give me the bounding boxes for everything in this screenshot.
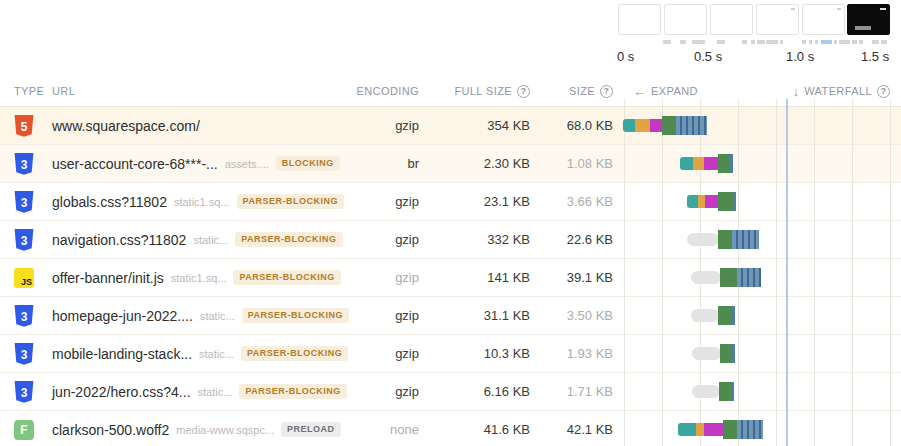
waterfall-panel: 0 s0.5 s1.0 s1.5 s TYPE URL ENCODING FUL… xyxy=(0,0,901,446)
font-file-icon: F xyxy=(14,420,34,440)
waterfall-ttfb-segment xyxy=(662,116,676,135)
request-size: 1.08 KB xyxy=(529,145,613,182)
request-table-body: 5 www.squarespace.com/ gzip354 KB68.0 KB… xyxy=(0,107,901,446)
request-url: mobile-landing-stack... xyxy=(52,346,192,362)
help-icon[interactable]: ? xyxy=(877,85,890,98)
col-header-full-size-label: FULL SIZE xyxy=(454,85,512,97)
time-axis-label: 0.5 s xyxy=(694,49,722,64)
filmstrip: 0 s0.5 s1.0 s1.5 s xyxy=(0,0,901,76)
timeline-tick xyxy=(751,40,755,44)
request-row[interactable]: 3 homepage-jun-2022....static...PARSER-B… xyxy=(0,297,901,335)
filmstrip-thumbnail[interactable] xyxy=(847,4,890,35)
request-host: static1.sq... xyxy=(171,272,227,284)
timeline-tick xyxy=(834,40,837,44)
waterfall-ttfb-segment xyxy=(720,344,732,363)
timeline-tick xyxy=(839,40,850,44)
waterfall-wait-segment xyxy=(692,385,720,398)
request-row[interactable]: 3 mobile-landing-stack...static...PARSER… xyxy=(0,335,901,373)
timeline-tick xyxy=(774,40,778,44)
waterfall-dns-segment xyxy=(687,195,698,208)
arrow-left-icon: ← xyxy=(633,84,646,99)
timeline-tick xyxy=(663,40,671,44)
request-full-size: 41.6 KB xyxy=(430,411,530,446)
request-host: static... xyxy=(200,310,235,322)
request-url: homepage-jun-2022.... xyxy=(52,308,193,324)
timeline-tick xyxy=(757,40,765,44)
filmstrip-thumbnail[interactable] xyxy=(664,4,707,35)
request-row[interactable]: 3 user-account-core-68***-...assets....B… xyxy=(0,145,901,183)
request-host: static... xyxy=(198,386,233,398)
css3-file-icon: 3 xyxy=(14,191,34,213)
request-url: www.squarespace.com/ xyxy=(52,118,200,134)
waterfall-dl-segment xyxy=(732,344,735,363)
css3-file-icon: 3 xyxy=(14,343,34,365)
waterfall-ttfb-segment xyxy=(723,420,737,439)
request-encoding: gzip xyxy=(340,335,419,372)
request-url-cell: offer-banner/init.jsstatic1.sq...PARSER-… xyxy=(52,259,341,296)
request-encoding: gzip xyxy=(340,183,419,220)
timeline-tick xyxy=(802,40,806,44)
request-url-cell: www.squarespace.com/ xyxy=(52,107,200,144)
time-axis-label: 1.5 s xyxy=(861,49,889,64)
request-row[interactable]: 3 navigation.css?11802static...PARSER-BL… xyxy=(0,221,901,259)
table-header: TYPE URL ENCODING FULL SIZE ? SIZE ? ← E… xyxy=(0,76,901,107)
filmstrip-thumbnail[interactable] xyxy=(802,4,845,35)
timeline-tick xyxy=(815,40,818,44)
waterfall-con-segment xyxy=(693,157,704,170)
request-url-cell: clarkson-500.woff2media-www.sqspc...PREL… xyxy=(52,411,341,446)
request-encoding: gzip xyxy=(340,297,419,334)
expand-button-label: EXPAND xyxy=(651,85,698,97)
request-badge: PARSER-BLOCKING xyxy=(233,270,340,285)
waterfall-ttfb-segment xyxy=(718,306,731,325)
filmstrip-thumbnail[interactable] xyxy=(710,4,753,35)
request-url: navigation.css?11802 xyxy=(52,232,186,248)
waterfall-dl-segment xyxy=(731,382,734,401)
waterfall-wait-segment xyxy=(687,233,719,246)
request-row[interactable]: 3 globals.css?11802static1.sq...PARSER-B… xyxy=(0,183,901,221)
col-header-size[interactable]: SIZE ? xyxy=(529,76,613,106)
request-encoding: br xyxy=(340,145,419,182)
waterfall-ssl-segment xyxy=(704,157,718,170)
request-url-cell: jun-2022/hero.css?4...static...PARSER-BL… xyxy=(52,373,347,410)
request-badge: BLOCKING xyxy=(276,156,340,171)
col-header-type: TYPE xyxy=(14,76,44,106)
request-size: 3.66 KB xyxy=(529,183,613,220)
timeline-tick xyxy=(780,40,783,44)
request-encoding: gzip xyxy=(340,373,419,410)
waterfall-ssl-segment xyxy=(650,119,662,132)
waterfall-con-segment xyxy=(696,423,704,436)
request-size: 39.1 KB xyxy=(529,259,613,296)
help-icon[interactable]: ? xyxy=(600,85,613,98)
request-full-size: 141 KB xyxy=(430,259,530,296)
time-axis-label: 0 s xyxy=(617,49,634,64)
request-row[interactable]: JS offer-banner/init.jsstatic1.sq...PARS… xyxy=(0,259,901,297)
request-badge: PARSER-BLOCKING xyxy=(239,384,346,399)
expand-button[interactable]: ← EXPAND xyxy=(633,76,698,106)
timeline-tick xyxy=(872,40,879,44)
filmstrip-thumbnail[interactable] xyxy=(756,4,799,35)
filmstrip-thumbnail[interactable] xyxy=(618,4,661,35)
waterfall-ttfb-segment xyxy=(718,230,732,249)
svg-text:3: 3 xyxy=(21,196,28,210)
waterfall-con-segment xyxy=(635,119,650,132)
request-url: jun-2022/hero.css?4... xyxy=(52,384,191,400)
col-header-waterfall[interactable]: ↓ WATERFALL ? xyxy=(760,76,890,106)
request-badge: PARSER-BLOCKING xyxy=(235,232,342,247)
request-url-cell: mobile-landing-stack...static...PARSER-B… xyxy=(52,335,348,372)
timeline-tick xyxy=(692,40,705,44)
timeline-tick xyxy=(881,40,887,44)
request-encoding: gzip xyxy=(340,107,419,144)
timeline-tick xyxy=(742,40,747,44)
request-badge: PARSER-BLOCKING xyxy=(237,194,344,209)
col-header-full-size[interactable]: FULL SIZE ? xyxy=(430,76,530,106)
waterfall-ttfb-segment xyxy=(718,154,730,173)
waterfall-dl-segment xyxy=(730,154,733,173)
request-url: globals.css?11802 xyxy=(52,194,167,210)
waterfall-dns-segment xyxy=(623,119,635,132)
request-row[interactable]: F clarkson-500.woff2media-www.sqspc...PR… xyxy=(0,411,901,446)
waterfall-dl-segment xyxy=(733,192,736,211)
request-full-size: 332 KB xyxy=(430,221,530,258)
request-row[interactable]: 3 jun-2022/hero.css?4...static...PARSER-… xyxy=(0,373,901,411)
request-row[interactable]: 5 www.squarespace.com/ gzip354 KB68.0 KB xyxy=(0,107,901,145)
request-full-size: 2.30 KB xyxy=(430,145,530,182)
